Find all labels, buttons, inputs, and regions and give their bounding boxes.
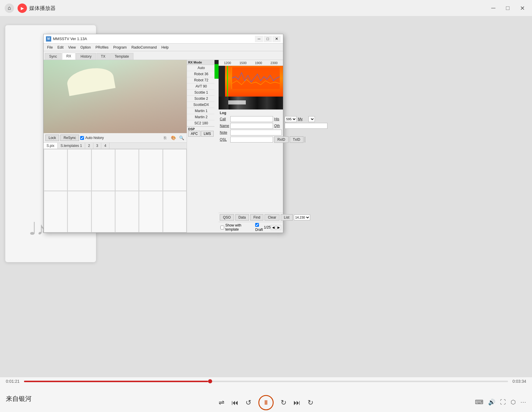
lock-button[interactable]: Lock xyxy=(45,135,59,141)
my-select[interactable] xyxy=(308,116,315,122)
template-cell-1[interactable] xyxy=(44,149,67,191)
rx-mode-scottiedx[interactable]: ScottieDX xyxy=(187,102,215,108)
template-cell-6[interactable] xyxy=(163,149,186,191)
play-pause-button[interactable]: ⏸ xyxy=(258,395,274,410)
cast-icon[interactable]: ⬡ xyxy=(511,399,516,406)
tmpl-tab-2[interactable]: 2 xyxy=(85,143,93,149)
rx-mode-martin2[interactable]: Martin 2 xyxy=(187,114,215,120)
template-cell-4[interactable] xyxy=(115,149,139,191)
control-buttons-row: Lock ReSync Auto history ⎘ 🎨 🔍 xyxy=(44,133,187,143)
tab-sync[interactable]: Sync xyxy=(45,53,61,60)
rx-mode-sc2180[interactable]: SC2 180 xyxy=(187,120,215,126)
find-button[interactable]: Find xyxy=(250,214,263,221)
txid-button[interactable]: TxID xyxy=(290,136,303,143)
dsp-lms-button[interactable]: LMS xyxy=(201,131,214,137)
template-cell-9[interactable] xyxy=(92,191,115,233)
forward-button[interactable]: ↻ xyxy=(281,399,286,407)
qsl-input[interactable] xyxy=(230,137,273,143)
frequency-select[interactable]: 14.230 xyxy=(294,214,310,220)
close-button[interactable]: ✕ xyxy=(518,4,527,13)
note-input[interactable] xyxy=(230,130,282,135)
shuffle-button[interactable]: ⇌ xyxy=(219,399,224,407)
tab-history[interactable]: History xyxy=(76,53,96,60)
maximize-button[interactable]: □ xyxy=(504,4,512,13)
tmpl-tab-spix[interactable]: S.pix xyxy=(44,143,58,149)
fullscreen-icon[interactable]: ⛶ xyxy=(500,399,506,406)
menu-profiles[interactable]: PRofiles xyxy=(93,45,111,50)
left-panel: Lock ReSync Auto history ⎘ 🎨 🔍 S.pix xyxy=(44,60,187,233)
rx-mode-robot36[interactable]: Robot 36 xyxy=(187,71,215,77)
volume-icon[interactable]: 🔊 xyxy=(488,399,495,406)
template-cell-12[interactable] xyxy=(163,191,186,233)
call-input[interactable] xyxy=(230,116,273,122)
right-controls: ⌨ 🔊 ⛶ ⬡ ⋯ xyxy=(475,399,526,406)
dsp-afc-button[interactable]: AFC xyxy=(188,131,200,137)
resync-button[interactable]: ReSync xyxy=(60,135,79,141)
rx-mode-avt90[interactable]: AVT 90 xyxy=(187,83,215,90)
progress-bar[interactable] xyxy=(24,381,508,382)
log-section: Log Call His 595 My Nam xyxy=(219,109,283,213)
menu-file[interactable]: File xyxy=(45,45,55,50)
win-minimize-button[interactable]: ─ xyxy=(255,36,263,42)
log-title: Log xyxy=(220,111,282,115)
template-cell-7[interactable] xyxy=(44,191,67,233)
menu-radiocommand[interactable]: RadioCommand xyxy=(129,45,159,50)
template-cell-3[interactable] xyxy=(92,149,115,191)
repeat-button[interactable]: ↻ xyxy=(308,399,313,407)
clear-button[interactable]: Clear xyxy=(265,214,279,221)
tmpl-tab-3[interactable]: 3 xyxy=(93,143,102,149)
menu-program[interactable]: Program xyxy=(111,45,129,50)
next-page-button[interactable]: ▶ xyxy=(276,225,281,230)
auto-history-checkbox[interactable] xyxy=(80,136,84,140)
tab-rx[interactable]: RX xyxy=(62,53,76,60)
menu-option[interactable]: Option xyxy=(78,45,93,50)
menu-view[interactable]: View xyxy=(66,45,78,50)
template-cell-10[interactable] xyxy=(115,191,139,233)
rx-mode-auto[interactable]: Auto xyxy=(187,65,215,71)
action-row: QSO Data Find Clear List 14.230 xyxy=(219,213,283,222)
win-maximize-button[interactable]: □ xyxy=(264,36,272,42)
data-button[interactable]: Data xyxy=(235,214,249,221)
minimize-button[interactable]: ─ xyxy=(489,4,498,13)
menu-help[interactable]: Help xyxy=(159,45,171,50)
rx-mode-robot72[interactable]: Robot 72 xyxy=(187,77,215,83)
template-cell-11[interactable] xyxy=(139,191,162,233)
color-picker-icon[interactable] xyxy=(305,137,305,143)
prev-page-button[interactable]: ◀ xyxy=(271,225,276,230)
copy-icon[interactable]: ⎘ xyxy=(162,134,169,141)
more-icon[interactable]: ⋯ xyxy=(520,399,526,406)
tab-template[interactable]: Template xyxy=(110,53,133,60)
qso-button[interactable]: QSO xyxy=(220,214,234,221)
list-button[interactable]: List xyxy=(281,214,293,221)
name-input[interactable] xyxy=(230,123,273,129)
menu-edit[interactable]: Edit xyxy=(55,45,66,50)
page-info: 1/25 xyxy=(264,225,271,229)
draft-checkbox[interactable] xyxy=(255,223,259,227)
progress-thumb[interactable] xyxy=(208,379,212,383)
his-select[interactable]: 595 xyxy=(285,116,297,122)
tab-tx[interactable]: TX xyxy=(97,53,110,60)
tmpl-tab-4[interactable]: 4 xyxy=(101,143,109,149)
qth-input[interactable] xyxy=(285,123,327,129)
rx-mode-martin1[interactable]: Martin 1 xyxy=(187,108,215,114)
show-template-checkbox[interactable] xyxy=(220,226,224,229)
player-controls: ⇌ ⏮ ↺ ⏸ ↻ ⏭ ↻ xyxy=(6,395,526,410)
prev-button[interactable]: ⏮ xyxy=(231,399,238,407)
template-cell-5[interactable] xyxy=(139,149,162,191)
rxid-button[interactable]: RxID xyxy=(274,136,289,143)
player-bar: 0:01:21 0:03:34 来自银河 ⇌ ⏮ ↺ ⏸ ↻ ⏭ ↻ ⌨ 🔊 ⛶… xyxy=(0,377,532,412)
rx-mode-scottie2[interactable]: Scottie 2 xyxy=(187,96,215,102)
tmpl-tab-stemplates1[interactable]: S.templates 1 xyxy=(58,143,85,149)
zoom-icon[interactable]: 🔍 xyxy=(178,134,185,141)
win-close-button[interactable]: ✕ xyxy=(272,36,281,42)
spectrum-display xyxy=(219,66,283,97)
color-icon[interactable]: 🎨 xyxy=(170,134,177,141)
waterfall-white-block xyxy=(228,100,246,104)
template-cell-8[interactable] xyxy=(68,191,91,233)
next-button[interactable]: ⏭ xyxy=(294,399,301,407)
rx-mode-scottie1[interactable]: Scottie 1 xyxy=(187,90,215,96)
keyboard-icon[interactable]: ⌨ xyxy=(475,399,483,406)
rewind-button[interactable]: ↺ xyxy=(246,399,251,407)
home-icon[interactable]: ⌂ xyxy=(5,4,14,13)
template-cell-2[interactable] xyxy=(68,149,91,191)
